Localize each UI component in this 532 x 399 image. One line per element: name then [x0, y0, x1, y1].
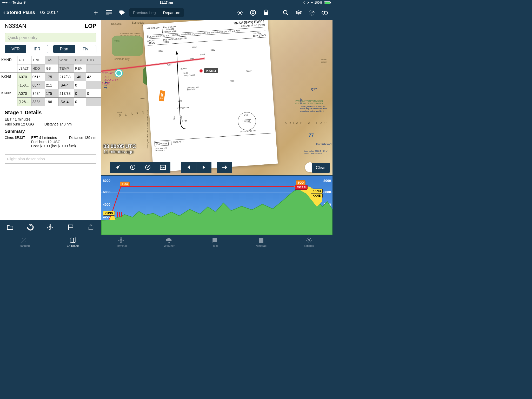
alt-badge: 6512 ft: [295, 185, 308, 190]
tab-enroute[interactable]: En Route: [67, 237, 79, 247]
tod-badge: TOD: [296, 180, 305, 185]
left-bottom-toolbar: [0, 220, 101, 235]
cell: 0: [74, 81, 86, 89]
power-mode[interactable]: LOP: [85, 23, 96, 29]
svg-point-2: [252, 12, 254, 14]
quick-plan-input[interactable]: Quick plan entry: [5, 33, 96, 42]
col-lsalt: LSALT: [17, 64, 31, 73]
tags-icon[interactable]: [116, 7, 128, 18]
cell: 0: [86, 89, 101, 98]
map-view[interactable]: Rockville Springdale Colorado City ADO C…: [101, 20, 332, 175]
tab-notepad[interactable]: Notepad: [256, 237, 267, 247]
aircraft-position-icon: [115, 70, 122, 77]
back-button[interactable]: ‹ Stored Plans: [3, 9, 35, 17]
flag-icon[interactable]: [67, 224, 74, 231]
cell[interactable]: A070: [17, 73, 31, 81]
sum-eet: EET 41 minutes: [31, 136, 69, 140]
lock-icon[interactable]: [260, 7, 272, 18]
image-icon[interactable]: [155, 162, 170, 173]
bottom-tab-bar: Planning En Route Terminal Weather Text …: [0, 235, 332, 249]
cell: ISA-4: [58, 98, 74, 106]
compass-icon[interactable]: [125, 162, 140, 173]
waypoint-cell[interactable]: KKNB: [0, 73, 17, 89]
aircraft-type: Cirrus SR22T: [5, 136, 29, 148]
departure-button[interactable]: Departure: [159, 8, 184, 17]
cell[interactable]: A070: [17, 89, 31, 98]
svg-point-4: [283, 10, 287, 14]
col-dist: DIST: [74, 56, 86, 64]
col-wind: WIND: [58, 56, 74, 64]
prev-leg-button[interactable]: Previous Leg: [129, 8, 159, 17]
cell[interactable]: (153…: [17, 81, 31, 89]
flight-plan-panel: ‹ Stored Plans 03 00:17 + N333AN LOP Qui…: [0, 5, 101, 235]
back-label: Stored Plans: [6, 10, 35, 15]
clear-button[interactable]: Clear: [312, 163, 330, 173]
fly-segment[interactable]: Fly: [75, 45, 96, 53]
planning-icon: [21, 237, 28, 244]
waypoint-cell[interactable]: KKNB: [0, 89, 17, 106]
vfr-segment[interactable]: VFR: [5, 45, 26, 53]
waypoint-marker[interactable]: KKNB: [199, 68, 218, 73]
tab-text[interactable]: Text: [212, 237, 218, 247]
col-tas: TAS: [45, 56, 58, 64]
vertical-profile[interactable]: 8000 6000 4000 2000 8000 6000 4000 2000: [101, 175, 332, 235]
bluetooth-icon: ✱: [311, 1, 313, 4]
folder-icon[interactable]: [6, 224, 14, 231]
leg-segmented[interactable]: Previous Leg Departure: [129, 8, 184, 17]
sum-fuel: Fuel burn 12 USG: [31, 140, 96, 144]
locate-icon[interactable]: [110, 162, 125, 173]
svg-rect-15: [121, 212, 122, 217]
svg-point-17: [308, 239, 310, 241]
share-icon[interactable]: [87, 224, 95, 231]
cell: 196: [45, 98, 58, 106]
cell: 140: [74, 73, 86, 81]
col-gs: GS: [45, 64, 58, 73]
aircraft-id[interactable]: N333AN: [5, 23, 26, 29]
cell: 054°: [31, 81, 45, 89]
help-icon[interactable]: [247, 7, 259, 18]
tab-terminal[interactable]: Terminal: [116, 237, 127, 247]
description-input[interactable]: Flight plan description: [5, 154, 96, 164]
waypoint-cell[interactable]: KHND: [0, 56, 17, 73]
brightness-icon[interactable]: [234, 7, 246, 18]
settings-gears-icon[interactable]: [319, 7, 330, 18]
cell: 211: [45, 81, 58, 89]
tab-weather[interactable]: Weather: [164, 237, 175, 247]
map-panel: Previous Leg Departure Rockville Springd…: [101, 5, 332, 235]
plan-segment[interactable]: Plan: [54, 45, 75, 53]
svg-rect-14: [119, 212, 120, 217]
cell: 217/38: [58, 89, 74, 98]
plan-fly-segmented[interactable]: Plan Fly: [53, 45, 97, 53]
layers-icon[interactable]: [293, 7, 304, 18]
cell: 0: [74, 89, 86, 98]
airplane-icon: [118, 237, 125, 244]
next-arrow-icon[interactable]: [217, 162, 232, 173]
airplane-icon[interactable]: [47, 224, 54, 231]
add-plan-button[interactable]: +: [94, 9, 98, 17]
vfr-ifr-segmented[interactable]: VFR IFR: [5, 45, 48, 53]
tab-planning[interactable]: Planning: [19, 237, 30, 247]
location-arrow-icon: ➤: [307, 1, 310, 4]
refresh-icon[interactable]: [27, 224, 34, 231]
gauge-icon[interactable]: [140, 162, 155, 173]
kknb-badge: KKNB: [311, 193, 323, 198]
svg-rect-3: [264, 12, 268, 15]
svg-point-1: [250, 10, 256, 15]
search-icon[interactable]: [280, 7, 291, 18]
cell[interactable]: (126…: [17, 98, 31, 106]
svg-rect-13: [117, 212, 118, 217]
svg-point-0: [239, 12, 241, 14]
cell: 051°: [31, 73, 45, 81]
cell: 42: [86, 73, 101, 81]
ifr-segment[interactable]: IFR: [26, 45, 48, 53]
prev-arrow-icon[interactable]: [181, 162, 196, 173]
list-icon[interactable]: [103, 7, 115, 18]
header-time: 03 00:17: [40, 10, 58, 15]
col-etd: ETD: [86, 56, 101, 64]
radar-icon[interactable]: [306, 7, 317, 18]
play-icon[interactable]: [196, 162, 211, 173]
tab-settings[interactable]: Settings: [304, 237, 314, 247]
cell: 338°: [31, 98, 45, 106]
col-rem: REM: [74, 64, 86, 73]
stage-eet: EET 41 minutes: [5, 117, 96, 121]
